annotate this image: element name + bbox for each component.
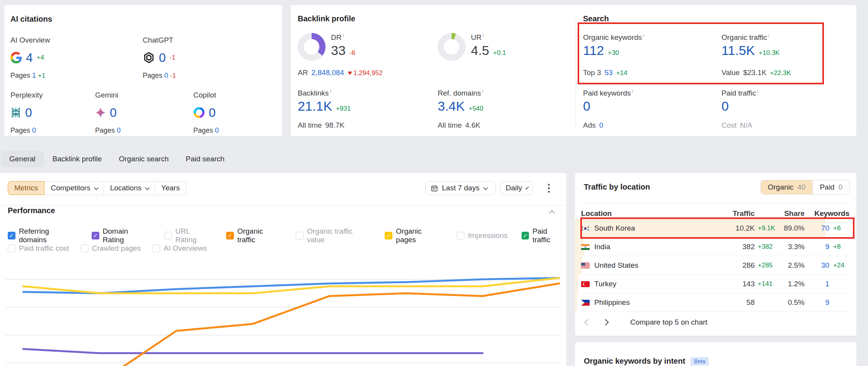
checkbox-box[interactable] xyxy=(296,232,304,239)
years-button[interactable]: Years xyxy=(155,181,186,195)
ai-source-label: Copilot xyxy=(193,91,275,99)
chatgpt-icon xyxy=(143,51,155,64)
location-name: United States xyxy=(594,261,718,270)
share-value: 3.3% xyxy=(778,243,805,251)
traffic-value: 10.2K xyxy=(718,224,755,233)
info-icon[interactable]: i xyxy=(53,14,55,20)
ref-domains-alltime: All time4.6K xyxy=(438,121,480,130)
checkbox-url-rating[interactable]: URL Rating xyxy=(164,227,212,244)
section-divider xyxy=(575,18,576,127)
competitors-dropdown[interactable]: Competitors xyxy=(44,181,104,195)
toggle-paid[interactable]: Paid0 xyxy=(812,180,849,194)
checkbox-box[interactable] xyxy=(385,232,392,239)
paid-keywords-value[interactable]: 0 xyxy=(583,99,590,114)
ai-citations-value[interactable]: 0 xyxy=(209,106,216,120)
tab-backlink-profile[interactable]: Backlink profile xyxy=(44,151,111,167)
ai-citations-title: AI citationsi xyxy=(10,14,54,24)
checkbox-organic-pages[interactable]: Organic pages xyxy=(385,227,443,244)
location-row-south-korea[interactable]: South Korea10.2K+9.1K89.0%70+6 xyxy=(581,219,850,238)
location-row-turkey[interactable]: Turkey143+1411.2%1 xyxy=(581,275,850,293)
granularity-dropdown[interactable]: Daily xyxy=(500,181,533,195)
down-triangle-icon xyxy=(348,72,352,75)
checkbox-box[interactable] xyxy=(522,232,529,239)
location-row-philippines[interactable]: Philippines580.5%9 xyxy=(581,293,850,312)
google-icon xyxy=(10,52,22,63)
paid-keywords-label: Paid keywordsi xyxy=(583,89,633,97)
checkbox-ai-overviews[interactable]: AI Overviews xyxy=(152,244,207,253)
checkbox-label: Organic traffic xyxy=(237,227,282,244)
organic-traffic-value[interactable]: 11.5K+10.3K xyxy=(721,43,780,58)
checkbox-paid-traffic-cost[interactable]: Paid traffic cost xyxy=(8,244,69,253)
checkbox-box[interactable] xyxy=(8,232,15,239)
organic-traffic-label: Organic traffici xyxy=(721,33,769,42)
keywords-delta: +24 xyxy=(829,262,849,269)
ai-citation-perplexity: Perplexity0Pages 0 xyxy=(10,91,92,135)
checkbox-organic-traffic-value[interactable]: Organic traffic value xyxy=(296,227,371,244)
info-icon[interactable]: i xyxy=(483,33,484,38)
ai-citations-value[interactable]: 0 xyxy=(159,51,166,65)
keywords-value[interactable]: 9 xyxy=(805,243,829,251)
share-value: 89.0% xyxy=(778,224,805,233)
search-title: Search xyxy=(583,14,609,23)
info-icon[interactable]: i xyxy=(632,89,633,94)
checkbox-organic-traffic[interactable]: Organic traffic xyxy=(226,227,282,244)
info-icon[interactable]: i xyxy=(757,89,758,94)
tab-organic-search[interactable]: Organic search xyxy=(110,151,177,167)
checkbox-paid-traffic[interactable]: Paid traffic xyxy=(522,227,566,244)
traffic-value: 286 xyxy=(718,261,755,270)
checkbox-box[interactable] xyxy=(92,232,99,239)
collapse-section-button[interactable] xyxy=(550,210,554,217)
organic-keywords-by-intent-card: Organic keywords by intent Beta xyxy=(575,342,856,366)
organic-keywords-label: Organic keywordsi xyxy=(583,33,644,42)
checkbox-crawled-pages[interactable]: Crawled pages xyxy=(81,244,141,253)
checkbox-box[interactable] xyxy=(152,245,160,252)
chevron-right-icon[interactable] xyxy=(602,319,609,326)
checkbox-domain-rating[interactable]: Domain Rating xyxy=(92,227,150,244)
location-row-india[interactable]: India382+3823.3%9+8 xyxy=(581,238,850,256)
checkbox-box[interactable] xyxy=(457,232,464,239)
info-icon[interactable]: i xyxy=(643,33,644,38)
organic-keywords-value[interactable]: 112+30 xyxy=(583,43,619,58)
tab-paid-search[interactable]: Paid search xyxy=(177,151,233,167)
ai-citations-value[interactable]: 0 xyxy=(25,106,32,120)
checkbox-box[interactable] xyxy=(226,232,234,239)
ref-domains-value[interactable]: 3.4K+540 xyxy=(438,99,483,114)
checkbox-label: Domain Rating xyxy=(103,227,150,244)
ai-citation-chatgpt: ChatGPT0-1Pages 0 -1 xyxy=(143,36,224,80)
toggle-organic[interactable]: Organic40 xyxy=(761,180,813,194)
ai-citations-value[interactable]: 0 xyxy=(110,106,117,120)
ai-citation-ai-overview: AI Overview4+4Pages 1 +1 xyxy=(10,36,92,80)
checkbox-referring-domains[interactable]: Referring domains xyxy=(8,227,78,244)
info-icon[interactable]: i xyxy=(330,89,331,94)
backlinks-value[interactable]: 21.1K+931 xyxy=(298,99,351,114)
checkbox-impressions[interactable]: Impressions xyxy=(457,231,507,240)
paid-traffic-value[interactable]: 0 xyxy=(721,99,729,114)
tab-general[interactable]: General xyxy=(1,151,44,167)
metrics-button[interactable]: Metrics xyxy=(8,181,44,195)
checkbox-box[interactable] xyxy=(8,245,15,252)
locations-dropdown[interactable]: Locations xyxy=(104,181,155,195)
keywords-value[interactable]: 70 xyxy=(805,224,829,233)
info-icon[interactable]: i xyxy=(768,33,769,38)
keywords-value[interactable]: 30 xyxy=(805,261,829,270)
kebab-menu-icon[interactable] xyxy=(544,183,554,193)
ai-pages-row: Pages 0 -1 xyxy=(143,72,224,80)
backlink-profile-title: Backlink profile xyxy=(298,14,355,23)
location-row-united-states[interactable]: United States286+2852.5%30+24 xyxy=(581,256,850,275)
compare-top5-label: Compare top 5 on chart xyxy=(630,318,708,327)
keywords-value[interactable]: 9 xyxy=(805,298,829,307)
chevron-left-icon[interactable] xyxy=(585,319,591,326)
ar-value[interactable]: 2,848,084 xyxy=(311,68,344,77)
ai-source-label: Gemini xyxy=(95,91,176,99)
gemini-icon xyxy=(95,107,106,118)
backlinks-label: Backlinksi xyxy=(298,89,331,97)
ai-citations-delta: +4 xyxy=(37,54,44,62)
divider xyxy=(581,311,850,312)
checkbox-box[interactable] xyxy=(164,232,172,239)
keywords-value[interactable]: 1 xyxy=(805,280,829,288)
info-icon[interactable]: i xyxy=(343,33,344,38)
info-icon[interactable]: i xyxy=(482,89,483,94)
date-range-dropdown[interactable]: Last 7 days xyxy=(425,181,496,195)
ai-citations-value[interactable]: 4 xyxy=(26,51,33,65)
checkbox-box[interactable] xyxy=(81,245,89,252)
